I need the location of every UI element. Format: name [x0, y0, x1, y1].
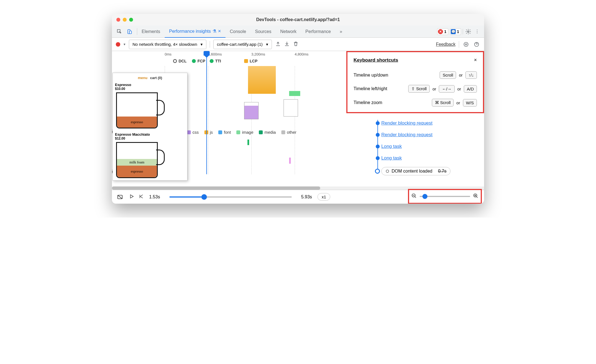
- rewind-icon[interactable]: [139, 194, 144, 200]
- separator: [210, 41, 210, 48]
- product-card: Espresso Macchiato $12.00 milk foam espr…: [115, 132, 185, 178]
- tab-network[interactable]: Network: [276, 26, 301, 38]
- insight-link[interactable]: Render blocking request: [381, 132, 432, 138]
- settings-icon[interactable]: [465, 28, 472, 35]
- help-icon[interactable]: [473, 41, 480, 48]
- insight-dot-icon: [376, 156, 380, 160]
- tab-sources[interactable]: Sources: [251, 26, 276, 38]
- tick-label: 3,200ms: [251, 52, 265, 56]
- lcp-marker-icon: [244, 59, 248, 63]
- tab-performance[interactable]: Performance: [301, 26, 335, 38]
- devtools-window: DevTools - coffee-cart.netlify.app/?ad=1…: [112, 14, 484, 204]
- dcl-ring-icon: [375, 169, 380, 174]
- resource-legend: css js font image media other: [187, 130, 296, 135]
- error-badge[interactable]: ✕1: [437, 28, 448, 35]
- time-current: 1.53s: [149, 194, 160, 199]
- key-arrows: ↑/↓: [465, 71, 477, 79]
- more-vert-icon[interactable]: ⋮: [474, 28, 481, 35]
- svg-point-5: [464, 42, 468, 46]
- product-card: Espresso $10.00 espresso: [115, 83, 185, 128]
- playback-slider[interactable]: [169, 196, 292, 198]
- shortcut-row: Timeline zoom ⌘ Scroll or W/S: [354, 99, 477, 107]
- window-controls: [116, 18, 133, 22]
- separator: [463, 29, 463, 34]
- cup-icon: espresso: [116, 92, 158, 128]
- insight-link[interactable]: Render blocking request: [381, 120, 432, 126]
- tick-label: 0ms: [165, 52, 172, 56]
- zoom-controls: [408, 189, 482, 204]
- maximize-window-button[interactable]: [129, 18, 133, 22]
- network-bar[interactable]: [247, 140, 249, 145]
- insight-link[interactable]: Long task: [381, 155, 402, 161]
- insight-dot-icon: [376, 133, 380, 137]
- play-icon[interactable]: [129, 194, 134, 200]
- zoom-handle[interactable]: [422, 194, 427, 199]
- playback-footer: 1.53s 5.93s x1: [112, 190, 484, 204]
- shortcuts-popover: Keyboard shortcuts × Timeline up/down Sc…: [346, 51, 484, 113]
- record-dropdown[interactable]: ▾: [124, 42, 126, 46]
- key-ad: A/D: [464, 85, 477, 93]
- key-cmd-scroll: ⌘ Scroll: [432, 99, 454, 107]
- fcp-marker-icon: [192, 59, 196, 63]
- insights-toolbar: ▾ No network throttling, 4× slowdown▾ co…: [112, 38, 484, 51]
- tab-elements[interactable]: Elements: [137, 26, 165, 38]
- network-bar[interactable]: [289, 158, 291, 164]
- recording-select[interactable]: coffee-cart.netlify.app (1)▾: [213, 40, 272, 49]
- separator: [459, 41, 459, 48]
- insights-rail: Render blocking request Render blocking …: [373, 118, 484, 178]
- message-badge[interactable]: 💬1: [450, 28, 461, 35]
- tab-performance-insights[interactable]: Performance insights ⚗ ×: [165, 26, 226, 38]
- key-ws: W/S: [463, 99, 477, 107]
- record-button[interactable]: [116, 42, 120, 47]
- svg-point-4: [465, 44, 467, 45]
- delete-icon[interactable]: [293, 41, 299, 48]
- key-arrows: ←/→: [439, 85, 454, 93]
- tti-marker-icon: [210, 59, 214, 63]
- screenshot-preview: menu cart (0) Espresso $10.00 espresso E…: [112, 73, 187, 181]
- export-icon[interactable]: [275, 41, 281, 48]
- dcl-pill[interactable]: DOM content loaded 0.7s: [381, 167, 450, 175]
- timeline-block[interactable]: [289, 91, 300, 96]
- titlebar: DevTools - coffee-cart.netlify.app/?ad=1: [112, 14, 484, 26]
- flask-icon: ⚗: [212, 29, 216, 34]
- inspect-icon[interactable]: [116, 28, 123, 35]
- shortcut-row: Timeline up/down Scroll or ↑/↓: [354, 71, 477, 79]
- main-area: 0ms 1,600ms 3,200ms 4,800ms DCL FCP TTI …: [112, 51, 484, 190]
- svg-point-7: [386, 170, 389, 172]
- shortcut-row: Timeline left/right ⇧ Scroll or ←/→ or A…: [354, 85, 477, 93]
- lcp-block[interactable]: [248, 66, 276, 94]
- feedback-link[interactable]: Feedback: [436, 42, 455, 47]
- tick-label: 1,600ms: [208, 52, 222, 56]
- zoom-in-icon[interactable]: [473, 193, 479, 200]
- key-scroll: Scroll: [440, 71, 456, 79]
- slider-handle[interactable]: [201, 194, 207, 200]
- import-icon[interactable]: [284, 41, 290, 48]
- cup-icon: milk foam espresso: [116, 142, 158, 178]
- playback-speed-button[interactable]: x1: [317, 193, 330, 201]
- filmstrip-thumb[interactable]: [284, 99, 298, 117]
- svg-point-3: [467, 31, 469, 32]
- preview-header: menu cart (0): [115, 75, 185, 83]
- tab-console[interactable]: Console: [226, 26, 251, 38]
- throttling-select[interactable]: No network throttling, 4× slowdown▾: [129, 40, 206, 49]
- time-end: 5.93s: [301, 194, 312, 199]
- window-title: DevTools - coffee-cart.netlify.app/?ad=1: [112, 17, 484, 22]
- zoom-out-icon[interactable]: [411, 193, 417, 200]
- close-window-button[interactable]: [116, 18, 120, 22]
- tabs-more-icon[interactable]: »: [335, 26, 347, 38]
- timeline-playhead[interactable]: [206, 51, 207, 174]
- tick-label: 4,800ms: [295, 52, 309, 56]
- insight-link[interactable]: Long task: [381, 144, 402, 149]
- panel-settings-icon[interactable]: [462, 41, 470, 48]
- zoom-slider[interactable]: [420, 196, 470, 197]
- insight-dot-icon: [376, 121, 380, 125]
- filmstrip-thumb[interactable]: [244, 102, 259, 119]
- tab-close-icon[interactable]: ×: [218, 28, 221, 34]
- shortcuts-title: Keyboard shortcuts: [354, 57, 398, 63]
- no-preview-icon[interactable]: [116, 193, 124, 201]
- minimize-window-button[interactable]: [123, 18, 127, 22]
- close-icon[interactable]: ×: [474, 57, 477, 63]
- svg-rect-2: [129, 31, 132, 34]
- device-toggle-icon[interactable]: [126, 28, 133, 35]
- dcl-marker-icon: [173, 59, 177, 63]
